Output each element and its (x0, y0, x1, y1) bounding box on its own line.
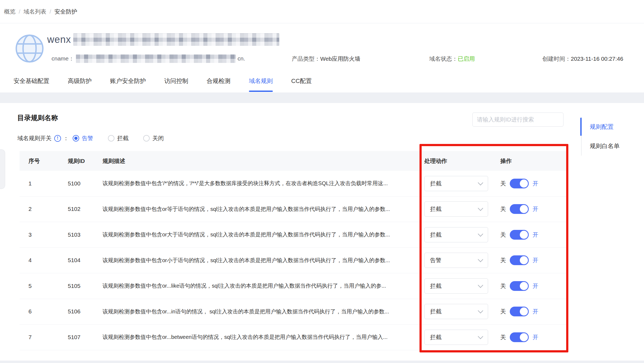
cell-index: 1 (20, 180, 68, 187)
toggle-on-label: 开 (533, 256, 538, 264)
radio-circle (143, 135, 150, 142)
chevron-down-icon (478, 308, 483, 313)
cell-action: 拦截 (424, 278, 500, 294)
toggle-off-label: 关 (500, 180, 506, 187)
toggle-off-label: 关 (500, 205, 506, 213)
col-rule-id: 规则ID (68, 157, 102, 165)
table-row: 3 5103 该规则检测参数值中包含or大于语句的情况，sql注入攻击的本质是把… (20, 222, 568, 248)
toggle-on-label: 开 (533, 231, 538, 239)
cell-index: 6 (20, 308, 68, 315)
action-select[interactable]: 拦截 (424, 278, 488, 294)
cell-operation: 关 开 (500, 230, 568, 240)
cname-row: cname： cn. (52, 54, 245, 63)
table-header: 序号 规则ID 规则描述 处理动作 操作 (20, 151, 568, 171)
masked-domain-name (73, 33, 279, 46)
table-row: 5 5105 该规则检测参数值中包含or...like语句的情况，sql注入攻击… (20, 273, 568, 299)
cell-rule-id: 5100 (68, 180, 102, 187)
side-menu-rule-whitelist[interactable]: 规则白名单 (582, 136, 644, 156)
rule-toggle[interactable] (510, 307, 529, 316)
toggle-on-label: 开 (533, 282, 538, 290)
chevron-down-icon (478, 334, 483, 339)
action-select[interactable]: 拦截 (424, 330, 488, 345)
cell-operation: 关 开 (500, 179, 568, 188)
info-icon[interactable]: ! (54, 135, 61, 142)
domain-name-prefix: wenx (47, 34, 71, 45)
chevron-down-icon (478, 205, 483, 211)
cell-rule-id: 5104 (68, 257, 102, 264)
table-row: 7 5107 该规则检测参数值中包含or...between语句的情况，sql注… (20, 325, 568, 350)
side-menu-rule-config[interactable]: 规则配置 (582, 117, 644, 136)
cell-index: 2 (20, 206, 68, 212)
breadcrumb-item-overview[interactable]: 概览 (4, 8, 15, 15)
cell-action: 告警 (424, 253, 500, 268)
tab-domain-rules[interactable]: 域名规则 (249, 73, 273, 92)
toggle-on-label: 开 (533, 308, 538, 315)
action-select[interactable]: 拦截 (424, 304, 488, 319)
tab-advanced-protection[interactable]: 高级防护 (68, 73, 92, 92)
radio-alert[interactable]: 告警 (73, 134, 93, 142)
rule-toggle[interactable] (510, 332, 529, 342)
cell-description: 该规则检测参数值中包含'/*'的情况，'/**/'是大多数数据库接受的块注释方式… (102, 180, 424, 187)
tab-bar: 安全基础配置 高级防护 账户安全防护 访问控制 合规检测 域名规则 CC配置 (14, 73, 312, 92)
cell-operation: 关 开 (500, 204, 568, 214)
action-select[interactable]: 拦截 (424, 176, 488, 191)
toggle-off-label: 关 (500, 231, 506, 239)
create-time: 创建时间：2023-11-16 00:27:46 (542, 55, 623, 63)
radio-off[interactable]: 关闭 (143, 134, 164, 142)
toggle-off-label: 关 (500, 282, 506, 290)
cell-rule-id: 5105 (68, 283, 102, 289)
table-row: 1 5100 该规则检测参数值中包含'/*'的情况，'/**/'是大多数数据库接… (20, 171, 568, 197)
cname-suffix: cn. (238, 55, 245, 62)
chevron-down-icon (478, 231, 483, 237)
search-input[interactable] (473, 113, 563, 126)
panel-title: 目录规则名称 (17, 113, 58, 122)
cell-operation: 关 开 (500, 281, 568, 291)
toggle-on-label: 开 (533, 333, 538, 341)
tab-access-control[interactable]: 访问控制 (164, 73, 188, 92)
cell-operation: 关 开 (500, 332, 568, 342)
toggle-off-label: 关 (500, 256, 506, 264)
action-select[interactable]: 拦截 (424, 201, 488, 217)
rule-toggle[interactable] (510, 179, 529, 188)
tab-account-security[interactable]: 账户安全防护 (110, 73, 146, 92)
toggle-off-label: 关 (500, 308, 506, 315)
rule-switch-options: 告警 拦截 关闭 (73, 134, 178, 142)
cell-description: 该规则检测参数值中包含or...like语句的情况，sql注入攻击的本质是把用户… (102, 282, 424, 290)
tab-cc-config[interactable]: CC配置 (291, 73, 312, 92)
chevron-down-icon (478, 180, 483, 185)
rule-toggle[interactable] (510, 281, 529, 291)
breadcrumb-separator: / (50, 8, 51, 15)
radio-circle (73, 135, 79, 142)
cell-rule-id: 5102 (68, 206, 102, 212)
cell-index: 4 (20, 257, 68, 264)
domain-status: 域名状态：已启用 (429, 55, 475, 63)
breadcrumb-separator: / (19, 8, 20, 15)
rule-toggle[interactable] (510, 204, 529, 214)
cell-operation: 关 开 (500, 255, 568, 265)
col-description: 规则描述 (102, 157, 424, 165)
cell-description: 该规则检测参数值中包含or...in语句的情况， sql注入攻击的本质是把用户输… (102, 308, 424, 315)
status-badge: 已启用 (458, 56, 475, 62)
cell-action: 拦截 (424, 201, 500, 217)
action-select[interactable]: 拦截 (424, 227, 488, 242)
action-select[interactable]: 告警 (424, 253, 488, 268)
tab-compliance-check[interactable]: 合规检测 (207, 73, 230, 92)
side-menu: 规则配置 规则白名单 (581, 117, 644, 156)
radio-circle (108, 135, 114, 142)
rule-toggle[interactable] (510, 230, 529, 240)
radio-block[interactable]: 拦截 (108, 134, 129, 142)
cell-action: 拦截 (424, 176, 500, 191)
col-action: 处理动作 (424, 157, 500, 165)
cell-action: 拦截 (424, 330, 500, 345)
chevron-down-icon (478, 282, 483, 288)
toggle-on-label: 开 (533, 205, 538, 213)
tab-security-base-config[interactable]: 安全基础配置 (14, 73, 49, 92)
rule-toggle[interactable] (510, 255, 529, 265)
breadcrumb-item-domain-list[interactable]: 域名列表 (24, 8, 46, 15)
breadcrumb: 概览 / 域名列表 / 安全防护 (0, 0, 644, 23)
cell-index: 5 (20, 283, 68, 289)
cell-rule-id: 5107 (68, 334, 102, 340)
drawer-handle[interactable] (0, 149, 5, 189)
toggle-off-label: 关 (500, 333, 506, 341)
cell-index: 7 (20, 334, 68, 340)
